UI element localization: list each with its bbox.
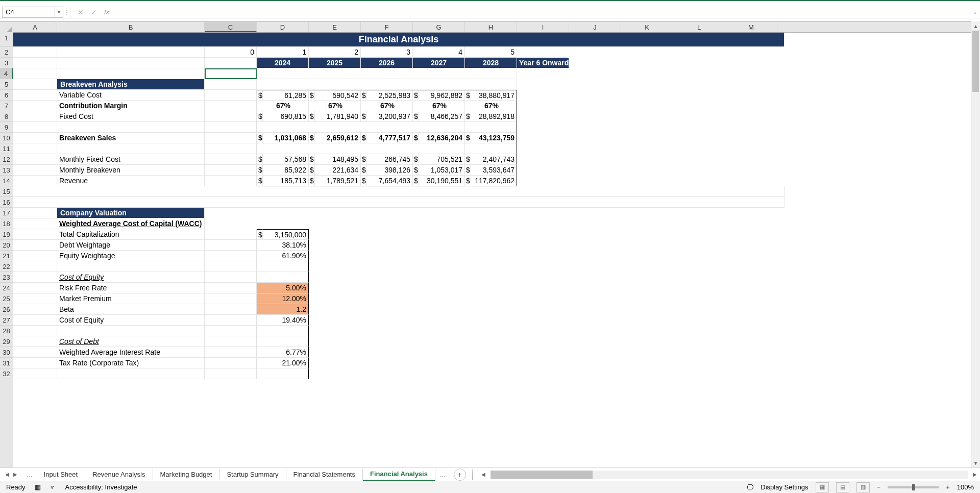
tab-overflow-right-icon[interactable]: ...: [435, 471, 450, 479]
col-header-a[interactable]: A: [13, 22, 57, 32]
display-settings-label[interactable]: Display Settings: [761, 483, 808, 491]
select-all-corner[interactable]: [0, 22, 13, 33]
year-header-2026[interactable]: 2026: [361, 58, 413, 68]
tab-nav-first-icon[interactable]: ◀: [5, 472, 9, 477]
zoom-slider[interactable]: [888, 486, 939, 488]
row-header[interactable]: 3: [0, 58, 13, 68]
row-header[interactable]: 17: [0, 208, 13, 218]
formula-input[interactable]: [118, 7, 970, 18]
label-cost-equity-section[interactable]: Cost of Equity: [57, 272, 205, 283]
row-header[interactable]: 7: [0, 101, 13, 111]
label-debt-weight[interactable]: Debt Weightage: [57, 240, 205, 251]
label-monthly-fixed[interactable]: Monthly Fixed Cost: [57, 154, 205, 165]
label-wair[interactable]: Weighted Average Interest Rate: [57, 347, 205, 358]
col-header-i[interactable]: I: [517, 22, 569, 32]
label-contribution-margin[interactable]: Contribution Margin: [57, 101, 205, 111]
tab-nav-prev-icon[interactable]: ▶: [13, 472, 17, 477]
row-header[interactable]: 26: [0, 304, 13, 315]
row-header[interactable]: 13: [0, 165, 13, 176]
year-header-2028[interactable]: 2028: [465, 58, 517, 68]
row-header[interactable]: 30: [0, 347, 13, 358]
sheet-tab-input[interactable]: Input Sheet: [37, 469, 86, 480]
col-header-c[interactable]: C: [205, 22, 257, 32]
col-header-d[interactable]: D: [257, 22, 309, 32]
label-market-premium[interactable]: Market Premium: [57, 293, 205, 304]
selected-cell-c4[interactable]: [205, 68, 257, 79]
row-header[interactable]: 22: [0, 261, 13, 272]
row-header[interactable]: 21: [0, 251, 13, 261]
display-settings-icon[interactable]: 🖵: [747, 483, 753, 491]
vscroll-thumb[interactable]: [972, 31, 979, 92]
hscroll-thumb[interactable]: [491, 471, 593, 479]
label-monthly-breakeven[interactable]: Monthly Breakeven: [57, 165, 205, 176]
row-header[interactable]: 20: [0, 240, 13, 251]
row-header[interactable]: 9: [0, 122, 13, 133]
row-header[interactable]: 31: [0, 358, 13, 368]
tab-divider[interactable]: [472, 470, 476, 480]
row-header[interactable]: 10: [0, 133, 13, 143]
row-header[interactable]: 6: [0, 90, 13, 101]
accessibility-icon[interactable]: ᯤ: [50, 484, 56, 491]
section-breakeven[interactable]: Breakeven Analysis: [57, 79, 205, 90]
row-header[interactable]: 4: [0, 68, 13, 79]
name-box[interactable]: C4: [2, 7, 55, 18]
year-num-4[interactable]: 4: [413, 47, 465, 58]
scroll-down-icon[interactable]: ▼: [971, 458, 980, 467]
vertical-scrollbar[interactable]: ▲ ▼: [971, 21, 980, 467]
label-equity-weight[interactable]: Equity Weightage: [57, 251, 205, 261]
year-num-0[interactable]: 0: [205, 47, 257, 58]
view-page-layout-button[interactable]: ▤: [836, 482, 849, 492]
col-header-g[interactable]: G: [413, 22, 465, 32]
row-header[interactable]: 29: [0, 336, 13, 347]
view-page-break-button[interactable]: ▥: [856, 482, 870, 492]
row-header[interactable]: 15: [0, 186, 13, 197]
label-cost-debt-section[interactable]: Cost of Debt: [57, 336, 205, 347]
spreadsheet-grid[interactable]: Financial Analysis 0 1 2 3 4 5 2024 2025…: [13, 33, 971, 467]
section-valuation[interactable]: Company Valuation: [57, 208, 205, 218]
fx-icon[interactable]: fx: [104, 8, 109, 16]
row-header[interactable]: 25: [0, 293, 13, 304]
row-header[interactable]: 27: [0, 315, 13, 326]
year-num-1[interactable]: 1: [257, 47, 309, 58]
view-normal-button[interactable]: ▦: [816, 482, 829, 492]
col-header-e[interactable]: E: [309, 22, 361, 32]
row-header[interactable]: 14: [0, 176, 13, 186]
sheet-tab-startup[interactable]: Startup Summary: [219, 469, 286, 480]
row-header[interactable]: 32: [0, 368, 13, 379]
add-sheet-button[interactable]: +: [454, 469, 466, 481]
label-total-cap[interactable]: Total Capitalization: [57, 229, 205, 240]
label-variable-cost[interactable]: Variable Cost: [57, 90, 205, 101]
title-banner[interactable]: Financial Analysis: [13, 33, 785, 47]
row-header[interactable]: 23: [0, 272, 13, 283]
year-header-2027[interactable]: 2027: [413, 58, 465, 68]
zoom-level[interactable]: 100%: [957, 483, 974, 491]
row-header[interactable]: 18: [0, 218, 13, 229]
col-header-h[interactable]: H: [465, 22, 517, 32]
year-header-2024[interactable]: 2024: [257, 58, 309, 68]
row-header[interactable]: 11: [0, 143, 13, 154]
formula-expand-icon[interactable]: ⌄: [970, 9, 980, 15]
year-num-5[interactable]: 5: [465, 47, 517, 58]
horizontal-scrollbar[interactable]: [491, 471, 968, 479]
col-header-m[interactable]: M: [725, 22, 777, 32]
col-header-b[interactable]: B: [57, 22, 205, 32]
col-header-l[interactable]: L: [673, 22, 725, 32]
macro-record-icon[interactable]: ▦: [35, 483, 41, 491]
year-header-2025[interactable]: 2025: [309, 58, 361, 68]
sheet-tab-analysis[interactable]: Financial Analysis: [363, 468, 435, 481]
year-num-3[interactable]: 3: [361, 47, 413, 58]
year-header-onwards[interactable]: Year 6 Onwards: [517, 58, 569, 68]
col-header-j[interactable]: J: [569, 22, 621, 32]
label-breakeven-sales[interactable]: Breakeven Sales: [57, 133, 205, 143]
status-accessibility[interactable]: Accessibility: Investigate: [65, 483, 137, 491]
row-header[interactable]: 28: [0, 326, 13, 336]
row-header[interactable]: 8: [0, 111, 13, 122]
label-cost-equity[interactable]: Cost of Equity: [57, 315, 205, 326]
row-header[interactable]: 2: [0, 47, 13, 58]
label-fixed-cost[interactable]: Fixed Cost: [57, 111, 205, 122]
label-tax-rate[interactable]: Tax Rate (Corporate Tax): [57, 358, 205, 368]
row-header[interactable]: 5: [0, 79, 13, 90]
label-risk-free[interactable]: Risk Free Rate: [57, 283, 205, 293]
row-header[interactable]: 1: [0, 33, 13, 47]
zoom-in-button[interactable]: +: [946, 483, 950, 491]
